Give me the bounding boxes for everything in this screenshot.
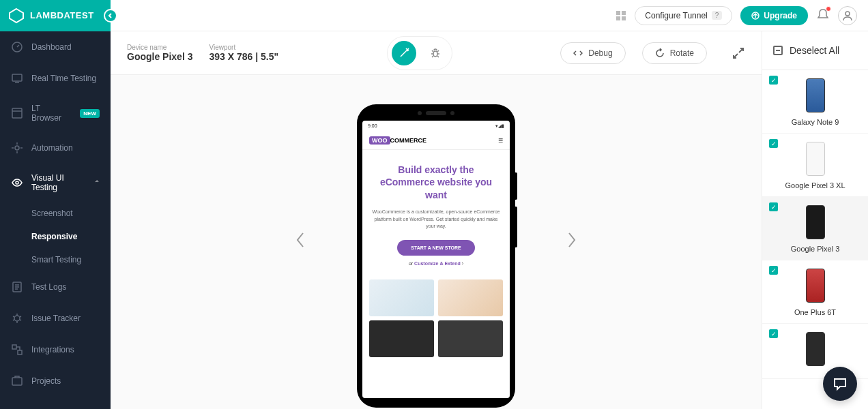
svg-point-13 (14, 316, 20, 321)
device-checkbox[interactable]: ✓ (769, 139, 778, 148)
deselect-label: Deselect All (790, 45, 839, 56)
device-name-label: One Plus 6T (769, 308, 861, 316)
apps-grid-icon[interactable] (616, 10, 626, 21)
device-card-pixel3[interactable]: ✓ Google Pixel 3 (762, 197, 868, 260)
configure-tunnel-label: Configure Tunnel (645, 11, 707, 20)
device-name-value: Google Pixel 3 (127, 51, 192, 62)
sidebar-label: Dashboard (31, 42, 72, 52)
chevron-left-icon (107, 12, 114, 19)
chat-icon (832, 376, 848, 392)
device-card-pixel3xl[interactable]: ✓ Google Pixel 3 XL (762, 134, 868, 197)
svg-marker-0 (10, 9, 23, 22)
sidebar-label: Integrations (31, 345, 74, 354)
viewport-label: Viewport (209, 44, 278, 51)
device-checkbox[interactable]: ✓ (769, 329, 778, 338)
woo-header: WOOCOMMERCE ≡ (362, 132, 510, 150)
device-name-label: Galaxy Note 9 (769, 118, 861, 126)
device-card-oneplus6t[interactable]: ✓ One Plus 6T (762, 260, 868, 324)
device-card-note9[interactable]: ✓ Galaxy Note 9 (762, 70, 868, 134)
sidebar-item-visualui[interactable]: Visual UI Testing ⌃ (0, 164, 111, 202)
woo-grid (362, 273, 510, 357)
viewport-value: 393 X 786 | 5.5" (209, 51, 278, 62)
panel-header[interactable]: Deselect All (762, 31, 868, 70)
brand-text: LAMBDATEST (30, 10, 94, 20)
device-name-label: Google Pixel 3 XL (769, 181, 861, 190)
sidebar-item-integrations[interactable]: Integrations (0, 334, 111, 365)
submenu-screenshot[interactable]: Screenshot (31, 202, 111, 225)
sidebar-label: Automation (31, 143, 73, 153)
projects-icon (11, 375, 23, 387)
device-card-generic[interactable]: ✓ (762, 324, 868, 379)
device-checkbox[interactable]: ✓ (769, 76, 778, 85)
svg-rect-14 (12, 345, 16, 349)
prev-device-button[interactable] (288, 224, 313, 260)
phone-notch (362, 111, 510, 115)
status-time: 9:00 (368, 123, 377, 129)
expand-icon[interactable] (732, 46, 745, 60)
sidebar-item-dashboard[interactable]: Dashboard (0, 31, 111, 63)
sidebar-label: LT Browser (31, 104, 72, 123)
upgrade-button[interactable]: Upgrade (740, 6, 808, 25)
sidebar-label: Real Time Testing (31, 74, 96, 83)
sidebar-item-projects[interactable]: Projects (0, 365, 111, 397)
browser-icon (11, 107, 23, 119)
device-thumb (806, 78, 825, 112)
woo-tile (438, 320, 503, 357)
debug-label: Debug (588, 48, 612, 58)
automation-icon (11, 142, 23, 154)
svg-rect-2 (622, 11, 626, 15)
svg-rect-16 (12, 378, 22, 385)
sidebar-item-ltbrowser[interactable]: LT Browser NEW (0, 94, 111, 132)
woo-hero: Build exactly the eCommerce website you … (362, 150, 510, 273)
sidebar-collapse-button[interactable] (104, 9, 117, 22)
device-list[interactable]: ✓ Galaxy Note 9 ✓ Google Pixel 3 XL ✓ Go… (762, 70, 868, 409)
bug-icon (11, 312, 23, 324)
deselect-icon (773, 46, 783, 55)
device-checkbox[interactable]: ✓ (769, 266, 778, 275)
new-badge: NEW (80, 109, 100, 118)
configure-tunnel-button[interactable]: Configure Tunnel ? (635, 6, 732, 25)
main-content: Device name Google Pixel 3 Viewport 393 … (111, 31, 868, 409)
notification-dot (826, 6, 831, 12)
sidebar-item-realtime[interactable]: Real Time Testing (0, 63, 111, 94)
integrations-icon (11, 344, 23, 356)
debug-button[interactable]: Debug (560, 42, 625, 64)
phone-screen[interactable]: 9:00 ▾◢▮ WOOCOMMERCE ≡ Build exactly the… (362, 121, 510, 398)
bug-tool-icon (430, 48, 441, 59)
canvas-area: Device name Google Pixel 3 Viewport 393 … (111, 31, 762, 409)
chat-button[interactable] (823, 367, 857, 401)
chevron-up-icon: ⌃ (94, 179, 100, 187)
rotate-icon (655, 48, 665, 58)
brand-bar[interactable]: LAMBDATEST (0, 0, 111, 31)
woo-desc: WooCommerce is a customizable, open-sour… (372, 209, 500, 230)
upgrade-label: Upgrade (764, 11, 797, 20)
svg-rect-8 (12, 74, 22, 81)
capture-button[interactable] (392, 41, 416, 65)
next-device-button[interactable] (560, 224, 584, 260)
svg-rect-3 (616, 16, 620, 20)
visual-icon (11, 177, 23, 189)
svg-rect-1 (616, 11, 620, 15)
device-panel: Deselect All ✓ Galaxy Note 9 ✓ Google Pi… (762, 31, 868, 409)
sidebar-item-testlogs[interactable]: Test Logs (0, 271, 111, 303)
svg-rect-4 (622, 16, 626, 20)
code-icon (573, 48, 583, 58)
wand-icon (399, 48, 409, 59)
sidebar: Dashboard Real Time Testing LT Browser N… (0, 31, 111, 409)
sidebar-label: Projects (31, 376, 61, 386)
user-avatar-button[interactable] (838, 6, 857, 25)
device-checkbox[interactable]: ✓ (769, 202, 778, 211)
toolbar-center (387, 36, 452, 70)
woo-tile (369, 279, 434, 316)
sidebar-item-automation[interactable]: Automation (0, 132, 111, 164)
notifications-button[interactable] (816, 7, 830, 24)
bug-tool-button[interactable] (423, 41, 448, 65)
device-name-label: Google Pixel 3 (769, 245, 861, 253)
submenu-responsive[interactable]: Responsive (31, 225, 111, 248)
svg-point-11 (16, 181, 18, 184)
brand-logo-icon (8, 7, 25, 24)
sidebar-item-issuetracker[interactable]: Issue Tracker (0, 303, 111, 334)
rotate-button[interactable]: Rotate (642, 42, 707, 64)
submenu-smarttesting[interactable]: Smart Testing (31, 248, 111, 271)
help-badge[interactable]: ? (712, 11, 723, 20)
